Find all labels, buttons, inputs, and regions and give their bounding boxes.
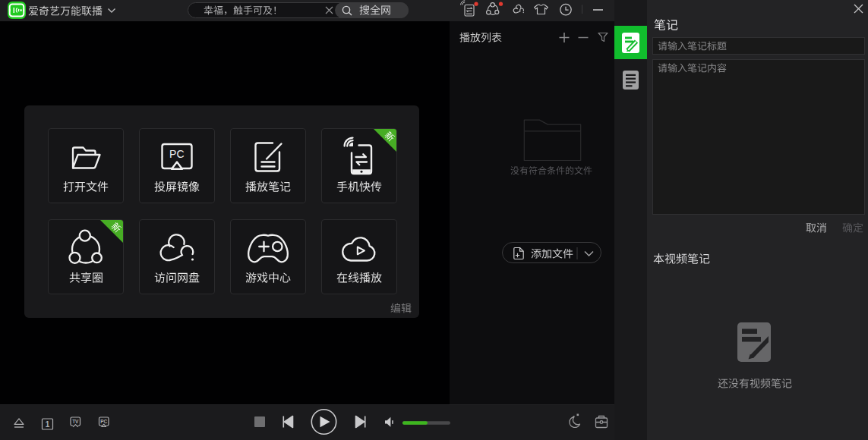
svg-text:TV: TV [72, 419, 79, 424]
svg-text:PC: PC [100, 419, 107, 424]
svg-text:1: 1 [46, 420, 50, 429]
svg-text:PC: PC [169, 148, 185, 160]
